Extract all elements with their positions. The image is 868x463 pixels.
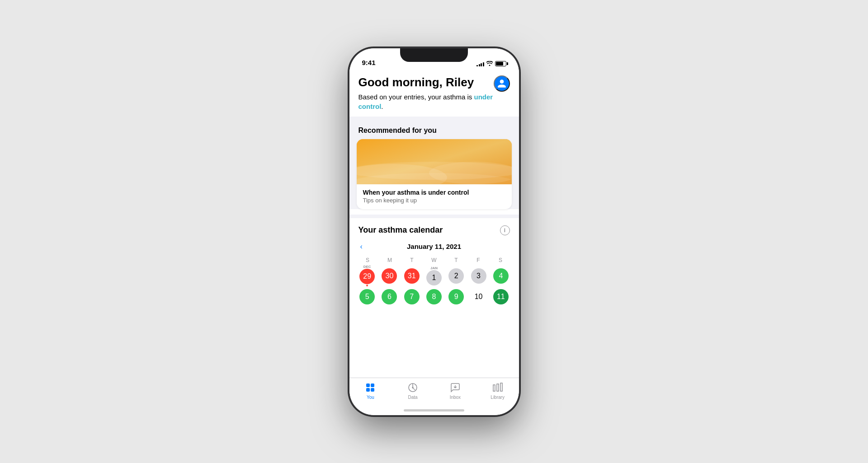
calendar-grid: DEC 29 30 31	[349, 266, 519, 314]
day-header-thu: T	[445, 256, 467, 264]
svg-point-3	[357, 173, 512, 184]
tab-inbox-label: Inbox	[450, 395, 461, 400]
card-title: When your asthma is under control	[363, 189, 505, 196]
day-header-tue: T	[401, 256, 423, 264]
status-before: Based on your entries, your asthma is	[359, 93, 474, 101]
avatar-icon	[497, 79, 507, 89]
phone-screen: 9:41	[349, 48, 519, 415]
svg-rect-6	[366, 388, 370, 392]
calendar-day-headers: S M T W T F S	[349, 256, 519, 266]
status-after: .	[381, 103, 383, 110]
inbox-icon	[449, 382, 461, 393]
calendar-day-jan4[interactable]: 4	[490, 266, 511, 286]
tab-data-label: Data	[408, 395, 418, 400]
notch	[400, 48, 468, 62]
cal-num-jan1: 1	[426, 270, 442, 285]
page-background: 9:41	[0, 0, 868, 463]
dot-dec29	[366, 285, 368, 286]
calendar-day-jan8[interactable]: 8	[423, 287, 444, 307]
calendar-day-dec29[interactable]: DEC 29	[357, 266, 378, 286]
calendar-prev-button[interactable]: ‹	[359, 241, 364, 253]
card-image	[357, 139, 512, 184]
calendar-info-button[interactable]: i	[500, 225, 510, 235]
card-body: When your asthma is under control Tips o…	[357, 184, 512, 209]
cal-num-jan4: 4	[493, 268, 509, 284]
calendar-month-label: January 11, 2021	[407, 243, 461, 250]
calendar-day-jan11[interactable]: 11	[490, 287, 511, 307]
day-header-sat: S	[490, 256, 512, 264]
svg-rect-4	[366, 383, 370, 387]
calendar-day-jan7[interactable]: 7	[401, 287, 422, 307]
you-icon	[364, 382, 376, 393]
day-header-sun: S	[357, 256, 379, 264]
cal-num-dec31: 31	[404, 268, 420, 284]
recommended-title: Recommended for you	[349, 126, 519, 139]
section-divider-1	[349, 117, 519, 120]
phone-device: 9:41	[349, 48, 519, 415]
card-decoration	[357, 139, 512, 184]
calendar-title: Your asthma calendar	[359, 225, 443, 235]
cal-num-jan7: 7	[404, 289, 420, 304]
svg-rect-0	[357, 139, 512, 184]
home-indicator	[404, 409, 464, 412]
cal-num-jan3: 3	[471, 268, 486, 284]
calendar-day-jan9[interactable]: 9	[446, 287, 467, 307]
card-subtitle: Tips on keeping it up	[363, 197, 505, 204]
status-icons	[476, 61, 506, 66]
calendar-header: Your asthma calendar i	[349, 225, 519, 239]
library-icon	[492, 382, 504, 393]
asthma-status-text: Based on your entries, your asthma is un…	[359, 92, 494, 111]
cal-num-jan10: 10	[471, 289, 486, 304]
header-text: Good morning, Riley Based on your entrie…	[359, 75, 494, 111]
tab-data[interactable]: Data	[392, 382, 434, 400]
screen-content[interactable]: Good morning, Riley Based on your entrie…	[349, 68, 519, 378]
cal-num-jan11: 11	[493, 289, 509, 304]
cal-num-dec30: 30	[382, 268, 397, 284]
greeting-title: Good morning, Riley	[359, 75, 494, 89]
calendar-section: Your asthma calendar i ‹ January 11, 202…	[349, 218, 519, 314]
calendar-day-jan2[interactable]: 2	[446, 266, 467, 286]
wifi-icon	[486, 61, 493, 66]
tab-you-label: You	[367, 395, 374, 400]
calendar-day-dec31[interactable]: 31	[401, 266, 422, 286]
cal-num-jan8: 8	[426, 289, 442, 304]
status-time: 9:41	[362, 59, 376, 66]
signal-icon	[476, 61, 484, 66]
cal-num-jan2: 2	[448, 268, 464, 284]
cal-num-jan9: 9	[448, 289, 464, 304]
cal-num-jan5: 5	[359, 289, 375, 304]
day-header-wed: W	[423, 256, 445, 264]
battery-icon	[495, 61, 506, 66]
tab-you[interactable]: You	[349, 382, 392, 400]
day-header-mon: M	[379, 256, 401, 264]
recommended-section: Recommended for you	[349, 120, 519, 209]
bottom-spacer	[349, 314, 519, 323]
calendar-day-jan5[interactable]: 5	[357, 287, 378, 307]
svg-rect-7	[371, 388, 374, 392]
header-section: Good morning, Riley Based on your entrie…	[349, 68, 519, 117]
calendar-nav: ‹ January 11, 2021 ›	[349, 239, 519, 256]
tab-library[interactable]: Library	[476, 382, 519, 400]
svg-line-11	[413, 388, 415, 390]
data-icon	[407, 382, 419, 393]
tab-library-label: Library	[491, 395, 505, 400]
day-header-fri: F	[467, 256, 490, 264]
avatar-button[interactable]	[494, 75, 510, 92]
recommendation-card[interactable]: When your asthma is under control Tips o…	[357, 139, 512, 209]
calendar-day-jan3[interactable]: 3	[468, 266, 489, 286]
calendar-day-jan6[interactable]: 6	[379, 287, 400, 307]
calendar-day-jan10[interactable]: 10	[468, 287, 489, 307]
calendar-day-jan1[interactable]: JAN 1	[423, 266, 444, 286]
section-divider-2	[349, 215, 519, 218]
cal-num-jan6: 6	[382, 289, 397, 304]
svg-rect-5	[371, 383, 374, 387]
cal-num-dec29: 29	[359, 269, 375, 284]
tab-inbox[interactable]: Inbox	[434, 382, 476, 400]
calendar-day-dec30[interactable]: 30	[379, 266, 400, 286]
